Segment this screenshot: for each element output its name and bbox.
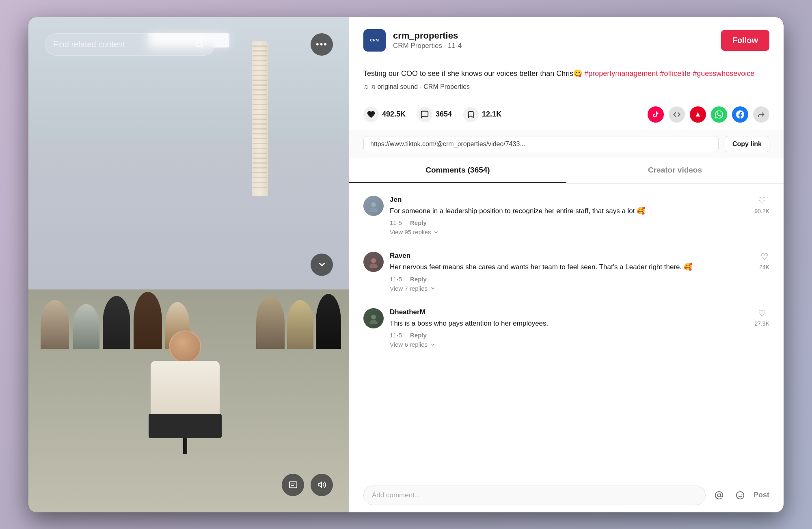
main-container: ••• bbox=[28, 17, 784, 512]
share-embed-button[interactable] bbox=[669, 106, 685, 123]
post-text-plain: Testing our COO to see if she knows our … bbox=[363, 69, 582, 78]
hashtag-3[interactable]: #guesswhosevoice bbox=[693, 69, 754, 78]
username: crm_properties bbox=[393, 30, 714, 41]
post-info: crm_properties CRM Properties · 11-4 bbox=[393, 30, 714, 50]
comment-avatar-raven bbox=[363, 252, 384, 272]
svg-point-9 bbox=[369, 263, 378, 268]
comment-action[interactable]: 3654 bbox=[417, 107, 452, 122]
bookmark-action[interactable]: 12.1K bbox=[463, 107, 501, 122]
avatar: CRM bbox=[363, 29, 386, 52]
svg-point-12 bbox=[717, 494, 720, 497]
person-silhouette bbox=[316, 294, 341, 349]
comment-username: Raven bbox=[390, 252, 753, 260]
like-count: 27.9K bbox=[754, 320, 769, 327]
comment-like[interactable]: ♡ 27.9K bbox=[754, 308, 769, 327]
svg-point-13 bbox=[736, 491, 744, 499]
like-icon: ♡ bbox=[758, 196, 766, 206]
like-icon: ♡ bbox=[758, 308, 766, 319]
person-silhouette bbox=[73, 304, 99, 349]
link-row: https://www.tiktok.com/@crm_properties/v… bbox=[349, 130, 784, 158]
like-count: 90.2K bbox=[754, 208, 769, 214]
share-icons: ▲ bbox=[648, 106, 769, 123]
share-pinterest-button[interactable]: ▲ bbox=[690, 106, 706, 123]
search-input[interactable] bbox=[53, 40, 188, 49]
comment-meta: 11-5 Reply bbox=[390, 332, 748, 339]
comment-reply-button[interactable]: Reply bbox=[410, 276, 427, 283]
comment-item: Raven Her nervous feet means she cares a… bbox=[349, 244, 784, 300]
chair bbox=[149, 414, 222, 438]
tab-comments[interactable]: Comments (3654) bbox=[349, 158, 566, 183]
search-icon bbox=[192, 37, 207, 52]
hashtag-2[interactable]: #officelife bbox=[660, 69, 691, 78]
comment-reply-button[interactable]: Reply bbox=[410, 219, 427, 226]
more-options-button[interactable]: ••• bbox=[311, 33, 333, 56]
comment-meta: 11-5 Reply bbox=[390, 276, 753, 283]
svg-point-11 bbox=[369, 320, 378, 324]
copy-link-button[interactable]: Copy link bbox=[725, 136, 769, 152]
view-replies-button[interactable]: View 6 replies bbox=[390, 341, 748, 348]
person-silhouette bbox=[41, 300, 69, 349]
comment-text: Her nervous feet means she cares and wan… bbox=[390, 262, 753, 272]
like-count: 24K bbox=[759, 264, 769, 270]
bookmark-icon bbox=[463, 107, 479, 122]
chevron-down-button[interactable] bbox=[311, 253, 333, 276]
post-content: Testing our COO to see if she knows our … bbox=[349, 60, 784, 99]
share-forward-button[interactable] bbox=[753, 106, 769, 123]
link-url: https://www.tiktok.com/@crm_properties/v… bbox=[363, 136, 719, 152]
follow-button[interactable]: Follow bbox=[721, 30, 769, 51]
subtitles-button[interactable] bbox=[282, 474, 304, 496]
svg-point-6 bbox=[371, 202, 376, 207]
comment-date: 11-5 bbox=[390, 219, 402, 226]
view-replies-button[interactable]: View 95 replies bbox=[390, 229, 748, 235]
emoji-icon[interactable] bbox=[732, 488, 748, 503]
more-options-icon: ••• bbox=[316, 39, 328, 50]
comment-body-dheatherm: DheatherM This is a boss who pays attent… bbox=[390, 308, 748, 348]
share-tiktok-button[interactable] bbox=[648, 106, 664, 123]
video-background: ••• bbox=[28, 17, 349, 512]
comment-body-raven: Raven Her nervous feet means she cares a… bbox=[390, 252, 753, 292]
person-silhouette bbox=[287, 300, 313, 349]
video-panel: ••• bbox=[28, 17, 349, 512]
bookmark-count: 12.1K bbox=[482, 110, 501, 119]
like-action[interactable]: 492.5K bbox=[363, 107, 406, 122]
person-silhouette bbox=[256, 296, 285, 349]
comment-item: DheatherM This is a boss who pays attent… bbox=[349, 300, 784, 356]
comment-item: Jen For someone in a leadership position… bbox=[349, 188, 784, 244]
comment-reply-button[interactable]: Reply bbox=[410, 332, 427, 339]
share-facebook-button[interactable] bbox=[732, 106, 748, 123]
like-icon: ♡ bbox=[760, 252, 769, 262]
comment-meta: 11-5 Reply bbox=[390, 219, 748, 226]
svg-point-7 bbox=[369, 207, 378, 212]
tab-creator-videos[interactable]: Creator videos bbox=[566, 158, 784, 183]
share-whatsapp-button[interactable] bbox=[711, 106, 727, 123]
mention-icon[interactable] bbox=[711, 488, 727, 503]
post-header: CRM crm_properties CRM Properties · 11-4… bbox=[349, 17, 784, 60]
comment-input[interactable] bbox=[363, 486, 706, 505]
comment-username: DheatherM bbox=[390, 308, 748, 316]
comment-username: Jen bbox=[390, 196, 748, 204]
like-count: 492.5K bbox=[382, 110, 406, 119]
comment-like[interactable]: ♡ 24K bbox=[759, 252, 769, 270]
central-person bbox=[149, 330, 222, 438]
view-replies-button[interactable]: View 7 replies bbox=[390, 285, 753, 292]
comment-icon bbox=[417, 107, 432, 122]
comment-avatar-dheatherm bbox=[363, 308, 384, 328]
tall-structure bbox=[252, 41, 268, 196]
svg-marker-5 bbox=[318, 482, 321, 488]
post-button[interactable]: Post bbox=[754, 491, 769, 499]
like-icon bbox=[363, 107, 379, 122]
comment-input-row: Post bbox=[349, 478, 784, 512]
hashtag-1[interactable]: #propertymanagement bbox=[584, 69, 658, 78]
sound-info[interactable]: ♫ ♫ original sound - CRM Properties bbox=[363, 83, 769, 91]
comment-count: 3654 bbox=[436, 110, 452, 119]
comment-avatar-jen bbox=[363, 196, 384, 216]
comment-text: For someone in a leadership position to … bbox=[390, 206, 748, 216]
volume-button[interactable] bbox=[311, 474, 333, 496]
comment-like[interactable]: ♡ 90.2K bbox=[754, 196, 769, 214]
sound-label: ♫ original sound - CRM Properties bbox=[371, 83, 470, 91]
actions-row: 492.5K 3654 12.1K bbox=[349, 99, 784, 130]
comment-text: This is a boss who pays attention to her… bbox=[390, 318, 748, 329]
post-text: Testing our COO to see if she knows our … bbox=[363, 68, 769, 79]
comment-date: 11-5 bbox=[390, 276, 402, 283]
search-bar[interactable] bbox=[45, 33, 215, 56]
